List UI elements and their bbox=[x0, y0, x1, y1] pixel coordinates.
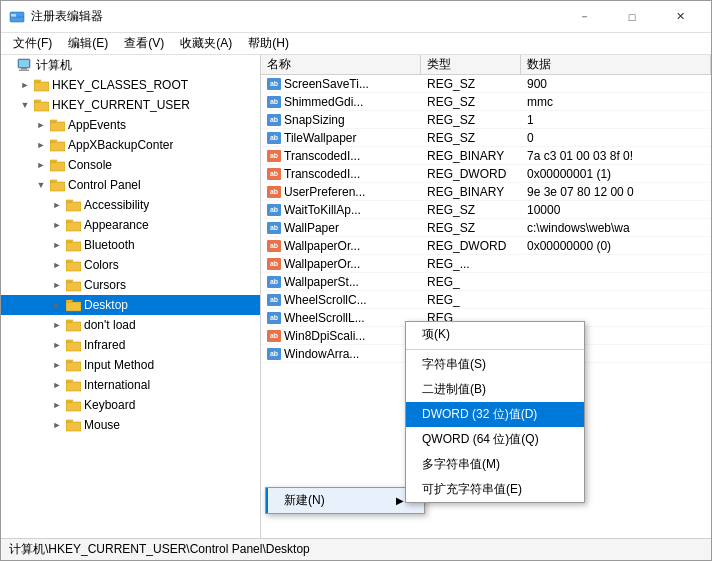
list-cell-type: REG_BINARY bbox=[421, 148, 521, 164]
tree-label-colors: Colors bbox=[84, 258, 119, 272]
reg-value-icon: ab bbox=[267, 348, 281, 360]
list-value-name: Win8DpiScali... bbox=[284, 329, 365, 343]
list-cell-data: 0x00000000 (0) bbox=[521, 238, 711, 254]
menu-item-e[interactable]: 编辑(E) bbox=[60, 33, 116, 54]
context-menu-item-xiang[interactable]: 项(K) bbox=[406, 322, 584, 347]
folder-icon bbox=[33, 77, 49, 93]
header-data[interactable]: 数据 bbox=[521, 55, 711, 74]
menu-item-f[interactable]: 文件(F) bbox=[5, 33, 60, 54]
reg-value-icon: ab bbox=[267, 114, 281, 126]
tree-item-appevents[interactable]: ►AppEvents bbox=[1, 115, 260, 135]
list-row[interactable]: abShimmedGdi...REG_SZmmc bbox=[261, 93, 711, 111]
menu-item-h[interactable]: 帮助(H) bbox=[240, 33, 297, 54]
tree-item-console[interactable]: ►Console bbox=[1, 155, 260, 175]
tree-label-computer: 计算机 bbox=[36, 57, 72, 74]
list-row[interactable]: abUserPreferen...REG_BINARY9e 3e 07 80 1… bbox=[261, 183, 711, 201]
tree-expand-computer[interactable] bbox=[1, 55, 17, 75]
tree-expand-desktop[interactable]: ► bbox=[49, 295, 65, 315]
tree-expand-controlpanel[interactable]: ▼ bbox=[33, 175, 49, 195]
list-row[interactable]: abWallpaperOr...REG_DWORD0x00000000 (0) bbox=[261, 237, 711, 255]
list-row[interactable]: abWaitToKillAp...REG_SZ10000 bbox=[261, 201, 711, 219]
tree-item-bluetooth[interactable]: ►Bluetooth bbox=[1, 235, 260, 255]
minimize-button[interactable]: － bbox=[561, 1, 607, 33]
main-window: 注册表编辑器 － □ ✕ 文件(F)编辑(E)查看(V)收藏夹(A)帮助(H) … bbox=[0, 0, 712, 561]
tree-expand-bluetooth[interactable]: ► bbox=[49, 235, 65, 255]
tree-expand-console[interactable]: ► bbox=[33, 155, 49, 175]
tree-item-inputmethod[interactable]: ►Input Method bbox=[1, 355, 260, 375]
tree-item-accessibility[interactable]: ►Accessibility bbox=[1, 195, 260, 215]
list-row[interactable]: abTileWallpaperREG_SZ0 bbox=[261, 129, 711, 147]
header-name[interactable]: 名称 bbox=[261, 55, 421, 74]
tree-item-controlpanel[interactable]: ▼Control Panel bbox=[1, 175, 260, 195]
sub-context-menu[interactable]: 项(K)字符串值(S)二进制值(B)DWORD (32 位)值(D)QWORD … bbox=[405, 321, 585, 503]
svg-rect-4 bbox=[19, 60, 29, 67]
context-menu-item-multistring[interactable]: 多字符串值(M) bbox=[406, 452, 584, 477]
list-value-name: WallpaperOr... bbox=[284, 239, 360, 253]
context-menu-item-dword32[interactable]: DWORD (32 位)值(D) bbox=[406, 402, 584, 427]
tree-expand-appearance[interactable]: ► bbox=[49, 215, 65, 235]
tree-expand-mouse[interactable]: ► bbox=[49, 415, 65, 435]
tree-expand-inputmethod[interactable]: ► bbox=[49, 355, 65, 375]
context-menu[interactable]: 新建(N)▶ bbox=[265, 487, 425, 514]
context-menu-item-string[interactable]: 字符串值(S) bbox=[406, 352, 584, 377]
folder-icon bbox=[65, 357, 81, 373]
reg-value-icon: ab bbox=[267, 240, 281, 252]
tree-expand-keyboard[interactable]: ► bbox=[49, 395, 65, 415]
tree-item-colors[interactable]: ►Colors bbox=[1, 255, 260, 275]
list-value-name: UserPreferen... bbox=[284, 185, 365, 199]
list-cell-type: REG_SZ bbox=[421, 76, 521, 92]
tree-item-appxbackup[interactable]: ►AppXBackupConter bbox=[1, 135, 260, 155]
list-value-name: WindowArra... bbox=[284, 347, 359, 361]
tree-expand-infrared[interactable]: ► bbox=[49, 335, 65, 355]
menu-item-a[interactable]: 收藏夹(A) bbox=[172, 33, 240, 54]
menu-item-v[interactable]: 查看(V) bbox=[116, 33, 172, 54]
list-row[interactable]: abWallpaperOr...REG_... bbox=[261, 255, 711, 273]
tree-item-hkcr[interactable]: ►HKEY_CLASSES_ROOT bbox=[1, 75, 260, 95]
tree-item-dontload[interactable]: ►don't load bbox=[1, 315, 260, 335]
tree-expand-dontload[interactable]: ► bbox=[49, 315, 65, 335]
list-cell-data bbox=[521, 263, 711, 265]
tree-item-cursors[interactable]: ►Cursors bbox=[1, 275, 260, 295]
tree-label-desktop: Desktop bbox=[84, 298, 128, 312]
list-cell-type: REG_SZ bbox=[421, 202, 521, 218]
tree-item-keyboard[interactable]: ►Keyboard bbox=[1, 395, 260, 415]
list-row[interactable]: abTranscodedI...REG_DWORD0x00000001 (1) bbox=[261, 165, 711, 183]
close-button[interactable]: ✕ bbox=[657, 1, 703, 33]
tree-expand-appxbackup[interactable]: ► bbox=[33, 135, 49, 155]
header-type[interactable]: 类型 bbox=[421, 55, 521, 74]
tree-item-desktop[interactable]: ►Desktop bbox=[1, 295, 260, 315]
tree-item-computer[interactable]: 计算机 bbox=[1, 55, 260, 75]
tree-expand-hkcu[interactable]: ▼ bbox=[17, 95, 33, 115]
tree-item-international[interactable]: ►International bbox=[1, 375, 260, 395]
tree-expand-appevents[interactable]: ► bbox=[33, 115, 49, 135]
context-menu-item-qword64[interactable]: QWORD (64 位)值(Q) bbox=[406, 427, 584, 452]
tree-expand-hkcr[interactable]: ► bbox=[17, 75, 33, 95]
list-row[interactable]: abScreenSaveTi...REG_SZ900 bbox=[261, 75, 711, 93]
list-row[interactable]: abSnapSizingREG_SZ1 bbox=[261, 111, 711, 129]
list-row[interactable]: abWheelScrollC...REG_ bbox=[261, 291, 711, 309]
tree-item-infrared[interactable]: ►Infrared bbox=[1, 335, 260, 355]
list-cell-data: 0x00000001 (1) bbox=[521, 166, 711, 182]
tree-item-mouse[interactable]: ►Mouse bbox=[1, 415, 260, 435]
list-cell-name: abWin8DpiScali... bbox=[261, 328, 421, 344]
list-row[interactable]: abWallPaperREG_SZc:\windows\web\wa bbox=[261, 219, 711, 237]
reg-value-icon: ab bbox=[267, 78, 281, 90]
tree-expand-colors[interactable]: ► bbox=[49, 255, 65, 275]
tree-item-appearance[interactable]: ►Appearance bbox=[1, 215, 260, 235]
tree-label-keyboard: Keyboard bbox=[84, 398, 135, 412]
list-row[interactable]: abTranscodedI...REG_BINARY7a c3 01 00 03… bbox=[261, 147, 711, 165]
tree-expand-cursors[interactable]: ► bbox=[49, 275, 65, 295]
tree-expand-accessibility[interactable]: ► bbox=[49, 195, 65, 215]
list-cell-type: REG_ bbox=[421, 274, 521, 290]
context-menu-item-binary[interactable]: 二进制值(B) bbox=[406, 377, 584, 402]
list-row[interactable]: abWallpaperSt...REG_ bbox=[261, 273, 711, 291]
maximize-button[interactable]: □ bbox=[609, 1, 655, 33]
list-cell-name: abTranscodedI... bbox=[261, 148, 421, 164]
context-menu-item-expandstring[interactable]: 可扩充字符串值(E) bbox=[406, 477, 584, 502]
tree-item-hkcu[interactable]: ▼HKEY_CURRENT_USER bbox=[1, 95, 260, 115]
context-menu-new[interactable]: 新建(N)▶ bbox=[266, 488, 424, 513]
tree-expand-international[interactable]: ► bbox=[49, 375, 65, 395]
tree-label-accessibility: Accessibility bbox=[84, 198, 149, 212]
tree-pane[interactable]: 计算机►HKEY_CLASSES_ROOT▼HKEY_CURRENT_USER►… bbox=[1, 55, 261, 538]
list-cell-type: REG_SZ bbox=[421, 130, 521, 146]
